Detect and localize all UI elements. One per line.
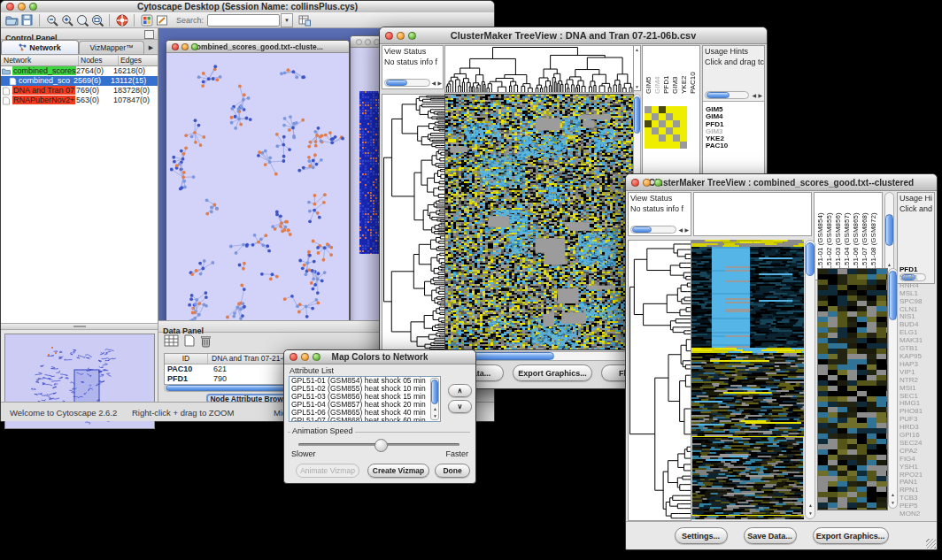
search-config-icon[interactable] — [297, 13, 312, 27]
speed-slider-thumb[interactable] — [374, 439, 388, 452]
row-dendrogram-canvas[interactable] — [628, 240, 691, 521]
annotation-icon[interactable] — [154, 13, 169, 27]
attribute-item[interactable]: GPL51-07 (GSM868) heat shock 60 min — [291, 417, 440, 422]
vizmapper-icon[interactable] — [139, 13, 154, 27]
summary-heatmap-canvas[interactable] — [645, 106, 687, 150]
panel-splitter[interactable] — [1, 323, 158, 330]
search-input[interactable] — [207, 14, 280, 27]
help-lifering-icon[interactable] — [114, 13, 129, 27]
column-label[interactable]: GPL51-08 (GSM872) — [869, 193, 878, 280]
search-dropdown-icon[interactable]: ▼ — [281, 13, 293, 27]
move-up-button[interactable]: ∧ — [448, 384, 472, 397]
minimize-button[interactable] — [18, 3, 26, 11]
attribute-table-icon[interactable] — [164, 334, 179, 350]
network-window-title-bar[interactable]: combined_scores_good.txt--cluste... — [166, 41, 349, 53]
scroll-left-icon[interactable]: ◀ — [431, 81, 436, 86]
col-network[interactable]: Network — [1, 56, 79, 65]
heatmap-vscrollbar[interactable]: ▲ ▼ — [805, 240, 815, 519]
row-dendrogram-canvas[interactable] — [382, 94, 445, 350]
float-panel-icon[interactable] — [144, 30, 154, 39]
zoom-button[interactable] — [313, 353, 320, 361]
scroll-down-icon[interactable]: ▼ — [635, 84, 639, 89]
close-button[interactable] — [290, 353, 297, 361]
col-nodes[interactable]: Nodes — [79, 56, 119, 65]
column-dendrogram-area[interactable] — [693, 192, 812, 236]
zoom-in-icon[interactable] — [59, 13, 74, 27]
save-icon[interactable] — [19, 13, 35, 27]
column-scroll-strip[interactable]: ▲ ▼ — [633, 45, 641, 91]
column-label[interactable]: PAC10 — [689, 46, 698, 94]
zoom-heatmap-canvas[interactable] — [817, 268, 888, 510]
network-view-canvas[interactable] — [166, 53, 347, 320]
attribute-list-scrollbar[interactable]: ▲ ▼ — [430, 378, 439, 420]
new-attribute-icon[interactable] — [184, 334, 195, 350]
scroll-up-icon[interactable]: ▲ — [635, 47, 639, 52]
scroll-left-icon[interactable]: ◀ — [678, 227, 683, 233]
gene-label[interactable]: MON2 — [900, 510, 936, 518]
animate-vizmap-button[interactable]: Animate Vizmap — [296, 464, 359, 478]
column-label[interactable]: GPL51-02 (GSM855) — [825, 193, 834, 280]
resize-grip[interactable] — [926, 539, 936, 548]
zoom-button[interactable] — [29, 3, 37, 11]
scroll-down-icon[interactable]: ▼ — [433, 413, 437, 418]
close-button[interactable] — [631, 179, 639, 187]
network-row-dna-tran[interactable]: DNA and Tran 07 769(0) 183728(0) — [1, 86, 158, 96]
column-label[interactable]: PFD1 — [662, 46, 671, 94]
column-label[interactable]: GIM4 — [653, 46, 662, 94]
column-label[interactable]: GIM5 — [645, 46, 653, 94]
network-row-selected[interactable]: combined_sco 2569(6) 13112(15) — [1, 76, 158, 86]
close-button[interactable] — [356, 39, 362, 45]
minimize-button[interactable] — [365, 39, 371, 45]
scroll-up-icon[interactable]: ▲ — [887, 262, 892, 267]
scroll-up-icon[interactable]: ▲ — [891, 492, 895, 497]
minimize-button[interactable] — [301, 353, 309, 361]
zoom-selected-icon[interactable] — [89, 13, 104, 27]
treeview-combined-title-bar[interactable]: ClusterMaker TreeView : combined_scores_… — [626, 174, 937, 191]
save-data-button[interactable]: Save Data... — [744, 527, 797, 544]
column-label[interactable]: GPL51-04 (GSM857) — [843, 193, 852, 280]
column-dendrogram-canvas[interactable] — [444, 45, 634, 93]
tab-network[interactable]: Network — [1, 40, 79, 54]
zoom-out-icon[interactable] — [44, 13, 59, 27]
export-graphics-button[interactable]: Export Graphics... — [813, 527, 889, 544]
selection-rectangle[interactable] — [691, 436, 804, 516]
col-edges[interactable]: Edges — [119, 56, 158, 65]
heatmap-canvas[interactable] — [444, 94, 634, 350]
done-button[interactable]: Done — [435, 464, 470, 478]
speed-slider-track[interactable] — [298, 443, 459, 446]
tab-overflow-button[interactable]: ▶ — [144, 44, 158, 54]
view-status-scrollbar[interactable] — [630, 226, 676, 234]
column-labels-scrollbar[interactable]: ▲ ▼ — [884, 192, 894, 280]
scroll-up-icon[interactable]: ▲ — [433, 406, 437, 411]
scroll-right-icon[interactable]: ▶ — [684, 227, 689, 233]
scroll-left-icon[interactable]: ◀ — [752, 93, 756, 98]
column-label[interactable]: YKE2 — [680, 46, 689, 94]
zoom-button[interactable] — [191, 43, 198, 50]
minimize-button[interactable] — [181, 43, 189, 50]
close-button[interactable] — [6, 3, 14, 11]
row-label[interactable]: PAC10 — [706, 142, 728, 150]
zoom-fit-icon[interactable] — [74, 13, 89, 27]
column-label[interactable]: GIM3 — [671, 46, 680, 94]
usage-hints-scrollbar[interactable] — [705, 91, 749, 99]
delete-attribute-icon[interactable] — [200, 334, 212, 351]
scroll-down-icon[interactable]: ▼ — [808, 510, 813, 516]
column-label[interactable]: GPL51-03 (GSM856) — [834, 193, 843, 280]
close-button[interactable] — [385, 32, 393, 40]
col-id[interactable]: ID — [165, 354, 208, 364]
network-window[interactable]: combined_scores_good.txt--cluste... — [166, 40, 350, 320]
close-button[interactable] — [172, 43, 179, 50]
zoom-vscrollbar[interactable]: ▲ ▼ — [888, 268, 898, 509]
scroll-down-icon[interactable]: ▼ — [891, 500, 895, 505]
zoom-button[interactable] — [408, 32, 416, 40]
column-label[interactable]: GPL51-01 (GSM854) — [816, 193, 825, 280]
scroll-up-icon[interactable]: ▲ — [808, 502, 813, 508]
main-title-bar[interactable]: Cytoscape Desktop (Session Name: collins… — [1, 1, 494, 13]
scroll-right-icon[interactable]: ▶ — [437, 81, 442, 86]
zoom-button[interactable] — [654, 179, 662, 187]
settings-button[interactable]: Settings... — [675, 527, 728, 544]
tab-vizmapper[interactable]: VizMapper™ — [79, 41, 144, 54]
scroll-right-icon[interactable]: ▶ — [758, 93, 762, 98]
move-down-button[interactable]: ∨ — [448, 400, 472, 413]
column-label[interactable]: GPL51-06 (GSM865) — [852, 193, 861, 280]
